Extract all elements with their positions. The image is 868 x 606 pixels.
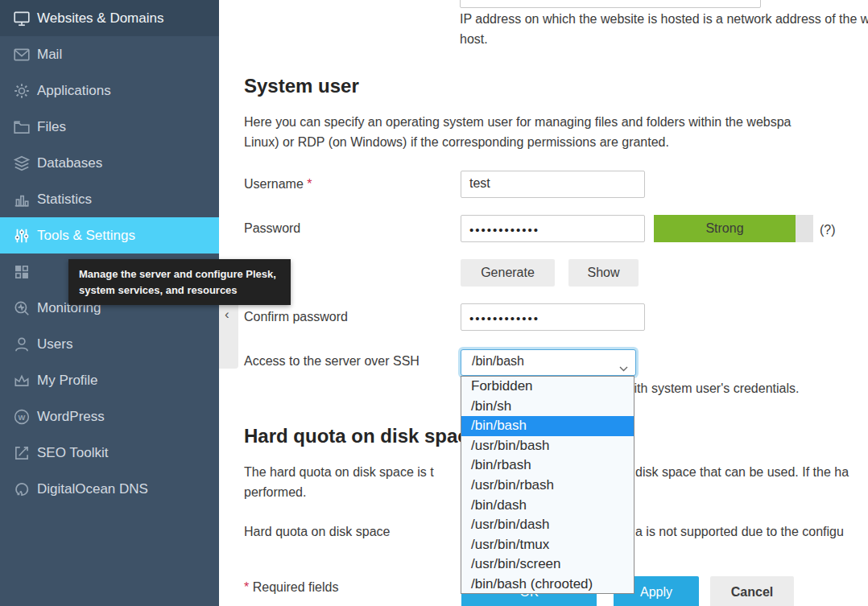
sidebar-item-websites-domains[interactable]: Websites & Domains [0, 0, 219, 36]
system-user-desc-line2: Linux) or RDP (on Windows) if the corres… [244, 135, 669, 150]
sidebar-item-digitalocean-dns[interactable]: DigitalOcean DNS [0, 471, 219, 507]
sidebar-item-seo-toolkit[interactable]: SEO Toolkit [0, 435, 219, 471]
sidebar-item-applications[interactable]: Applications [0, 72, 219, 109]
password-input[interactable]: •••••••••••• [461, 215, 645, 242]
digitalocean-icon [13, 480, 31, 498]
sidebar-item-label: Mail [37, 36, 62, 72]
sidebar-item-label: Tools & Settings [37, 217, 135, 254]
plesk-page: Websites & DomainsMailApplicationsFilesD… [0, 0, 868, 606]
folder-icon [13, 118, 31, 136]
sidebar-item-label: DigitalOcean DNS [37, 471, 148, 507]
ip-address-field[interactable]: None [460, 0, 761, 8]
ssh-access-label: Access to the server over SSH [244, 354, 420, 369]
password-value: •••••••••••• [469, 223, 539, 237]
hard-quota-row-label: Hard quota on disk space [244, 525, 390, 539]
hard-quota-desc-left: The hard quota on disk space is t [244, 465, 434, 480]
hard-quota-desc-line2: performed. [244, 485, 306, 500]
ssh-shell-dropdown-list: Forbidden/bin/sh/bin/bash/usr/bin/bash/b… [461, 376, 634, 594]
ssh-help-fragment: with system user's credentials. [625, 381, 799, 396]
username-label: Username * [244, 177, 312, 192]
ip-help-line2: host. [460, 32, 488, 47]
ssh-option-bin-rbash[interactable]: /bin/rbash [461, 456, 634, 476]
sidebar-item-label: Statistics [37, 181, 92, 217]
ssh-shell-select[interactable]: /bin/bash [461, 349, 636, 376]
username-input[interactable]: test [461, 171, 645, 198]
magnifier-icon [13, 299, 31, 317]
system-user-desc-line1: Here you can specify an operating system… [244, 115, 791, 130]
sidebar-item-label: Databases [37, 145, 102, 181]
gear-icon [13, 82, 31, 100]
password-label: Password [244, 221, 300, 236]
ssh-option-bin-sh[interactable]: /bin/sh [461, 397, 634, 417]
generate-button[interactable]: Generate [461, 259, 555, 287]
strength-meter-remainder [796, 215, 813, 242]
cancel-button[interactable]: Cancel [710, 576, 794, 606]
monitor-icon [13, 10, 31, 27]
required-asterisk: * [244, 580, 249, 594]
seo-chart-icon [13, 444, 31, 462]
mail-icon [13, 46, 31, 64]
ssh-shell-selected-value: /bin/bash [472, 354, 524, 369]
hard-quota-desc-right: disk space that can be used. If the ha [635, 465, 849, 480]
ssh-option-usr-bin-screen[interactable]: /usr/bin/screen [461, 554, 634, 575]
sliders-icon [13, 227, 31, 245]
sidebar-item-label: Users [37, 326, 72, 362]
sidebar-item-my-profile[interactable]: My Profile [0, 362, 219, 398]
sidebar-item-wordpress[interactable]: WWordPress [0, 398, 219, 435]
ssh-option-usr-bin-tmux[interactable]: /usr/bin/tmux [461, 535, 634, 555]
crown-icon [13, 372, 31, 390]
sidebar-item-tools-settings[interactable]: Tools & Settings [0, 217, 219, 254]
ip-help-line1: IP address on which the website is hoste… [460, 12, 868, 27]
sidebar-item-label: SEO Toolkit [37, 435, 109, 471]
sidebar-item-label: My Profile [37, 362, 98, 398]
sidebar-item-files[interactable]: Files [0, 109, 219, 145]
sidebar-collapse-handle[interactable]: ‹ [219, 300, 238, 369]
ssh-option-usr-bin-rbash[interactable]: /usr/bin/rbash [461, 476, 634, 496]
wordpress-icon: W [13, 408, 31, 426]
ssh-option-bin-bash[interactable]: /bin/bash [461, 416, 634, 436]
sidebar-item-label: Websites & Domains [37, 0, 163, 36]
confirm-password-label: Confirm password [244, 310, 348, 324]
sidebar-item-label: WordPress [37, 398, 105, 435]
tools-settings-tooltip: Manage the server and configure Plesk, s… [68, 259, 291, 305]
grid-icon [13, 263, 31, 281]
sidebar-item-mail[interactable]: Mail [0, 36, 219, 72]
chevron-down-icon [619, 361, 628, 375]
sidebar-item-databases[interactable]: Databases [0, 145, 219, 181]
hard-quota-heading: Hard quota on disk space [244, 425, 479, 447]
ssh-option-usr-bin-bash[interactable]: /usr/bin/bash [461, 436, 634, 456]
hard-quota-row-right-fragment: a is not supported due to the configu [635, 525, 844, 539]
username-value: test [469, 176, 490, 190]
system-user-heading: System user [244, 75, 359, 97]
confirm-password-value: •••••••••••• [469, 311, 539, 325]
sidebar-item-label: Applications [37, 72, 111, 109]
required-asterisk: * [307, 177, 312, 191]
ssh-option-usr-bin-dash[interactable]: /usr/bin/dash [461, 515, 634, 535]
layers-icon [13, 155, 31, 172]
ssh-option-bin-bash-chrooted[interactable]: /bin/bash (chrooted) [461, 575, 634, 594]
confirm-password-input[interactable]: •••••••••••• [461, 303, 645, 331]
bar-chart-icon [13, 191, 31, 208]
tooltip-line2: system services, and resources [79, 282, 280, 299]
password-help-link[interactable]: (?) [820, 223, 836, 237]
ssh-option-forbidden[interactable]: Forbidden [461, 377, 634, 397]
user-icon [13, 336, 31, 353]
strength-label: Strong [654, 215, 796, 242]
sidebar-item-users[interactable]: Users [0, 326, 219, 362]
tooltip-line1: Manage the server and configure Plesk, [79, 266, 280, 282]
chevron-left-icon: ‹ [225, 307, 229, 323]
required-fields-note: * Required fields [244, 580, 338, 595]
password-strength-meter: Strong [654, 215, 813, 242]
svg-text:W: W [19, 414, 26, 422]
sidebar-item-label: Files [37, 109, 66, 145]
ssh-option-bin-dash[interactable]: /bin/dash [461, 496, 634, 516]
sidebar-item-statistics[interactable]: Statistics [0, 181, 219, 217]
show-button[interactable]: Show [568, 259, 639, 287]
